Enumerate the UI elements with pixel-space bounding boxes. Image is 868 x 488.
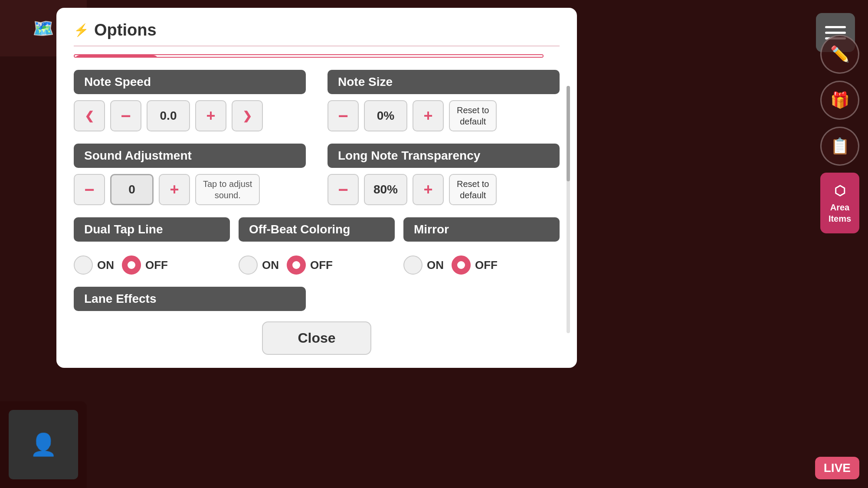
mirror-label: Mirror [403, 217, 560, 242]
mirror-section: Mirror ON OFF [403, 217, 560, 275]
sidebar-right: ✏️ 🎁 📋 ⬡ Area Items [820, 35, 859, 233]
note-size-reset-button[interactable]: Reset to default [449, 100, 497, 131]
off-beat-coloring-section: Off-Beat Coloring ON OFF [239, 217, 395, 275]
mirror-on-label: ON [427, 259, 444, 272]
off-beat-on-label: ON [262, 259, 279, 272]
long-note-minus-button[interactable]: − [328, 174, 359, 205]
list-icon-button[interactable]: 📋 [820, 127, 859, 166]
dual-tap-line-radio-row: ON OFF [74, 255, 230, 275]
note-speed-controls: ❮ − 0.0 + ❯ [74, 100, 306, 131]
long-note-reset-button[interactable]: Reset to default [449, 174, 497, 205]
note-speed-value: 0.0 [147, 100, 190, 131]
sound-adjustment-controls: − 0 + Tap to adjust sound. [74, 174, 306, 205]
area-items-button[interactable]: ⬡ Area Items [820, 173, 859, 233]
toggle-sections-row: Dual Tap Line ON OFF Off-Beat Coloring [74, 217, 560, 275]
bottom-left-panel: 👤 [0, 401, 87, 488]
close-button-wrap: Close [74, 321, 560, 355]
dual-tap-line-on-group: ON [74, 255, 114, 275]
sound-adjustment-section: Sound Adjustment − 0 + Tap to adjust sou… [74, 144, 306, 205]
scrollbar-track[interactable] [567, 86, 570, 333]
tabs-container: Live Settings Effect & Sound Settings Li… [74, 54, 544, 58]
pencil-icon-button[interactable]: ✏️ [820, 35, 859, 74]
scrollbar-thumb[interactable] [567, 86, 570, 181]
mirror-on-radio[interactable] [403, 255, 423, 275]
options-modal: ⚡ Options Live Settings Effect & Sound S… [56, 8, 577, 368]
tab-effect-sound-settings[interactable]: Effect & Sound Settings [158, 55, 292, 58]
modal-title-bar: ⚡ Options [74, 21, 560, 46]
mirror-off-radio[interactable] [452, 255, 471, 275]
off-beat-off-radio[interactable] [287, 255, 306, 275]
off-beat-coloring-radio-row: ON OFF [239, 255, 395, 275]
note-speed-next-button[interactable]: ❯ [232, 100, 263, 131]
note-size-section: Note Size − 0% + Reset to default [328, 70, 560, 131]
tab-live-theme-settings[interactable]: Live Theme Settings [291, 55, 408, 58]
long-note-transparency-section: Long Note Transparency − 80% + Reset to … [328, 144, 560, 205]
mirror-on-group: ON [403, 255, 444, 275]
area-items-label: Area Items [829, 202, 851, 224]
dual-tap-line-off-radio[interactable] [122, 255, 141, 275]
off-beat-off-label: OFF [310, 259, 333, 272]
off-beat-on-group: ON [239, 255, 279, 275]
sound-adjustment-label: Sound Adjustment [74, 144, 306, 168]
mirror-off-label: OFF [475, 259, 498, 272]
lightning-icon: ⚡ [74, 23, 89, 37]
long-note-plus-button[interactable]: + [413, 174, 444, 205]
note-speed-minus-button[interactable]: − [110, 100, 141, 131]
note-size-label: Note Size [328, 70, 560, 94]
lane-effects-section: Lane Effects [74, 287, 306, 313]
long-note-transparency-label: Long Note Transparency [328, 144, 560, 168]
dual-tap-line-off-label: OFF [145, 259, 168, 272]
dual-tap-line-label: Dual Tap Line [74, 217, 230, 242]
dual-tap-line-off-group: OFF [122, 255, 168, 275]
dual-tap-line-on-label: ON [97, 259, 114, 272]
live-button[interactable]: LIVE [815, 457, 859, 479]
note-size-minus-button[interactable]: − [328, 100, 359, 131]
tab-system-push-settings[interactable]: System & Push Settings [408, 55, 542, 58]
gift-icon-button[interactable]: 🎁 [820, 81, 859, 120]
off-beat-on-radio[interactable] [239, 255, 258, 275]
dual-tap-line-on-radio[interactable] [74, 255, 93, 275]
modal-title: Options [94, 21, 157, 39]
tap-adjust-sound-button[interactable]: Tap to adjust sound. [195, 174, 260, 205]
note-size-value: 0% [364, 100, 407, 131]
tab-live-settings[interactable]: Live Settings [75, 55, 158, 58]
long-note-value: 80% [364, 174, 407, 205]
long-note-transparency-controls: − 80% + Reset to default [328, 174, 560, 205]
off-beat-coloring-label: Off-Beat Coloring [239, 217, 395, 242]
note-speed-section: Note Speed ❮ − 0.0 + ❯ [74, 70, 306, 131]
mirror-radio-row: ON OFF [403, 255, 560, 275]
dual-tap-line-section: Dual Tap Line ON OFF [74, 217, 230, 275]
note-size-plus-button[interactable]: + [413, 100, 444, 131]
note-speed-plus-button[interactable]: + [195, 100, 226, 131]
settings-content: Note Speed ❮ − 0.0 + ❯ Note Size − 0% + … [74, 70, 560, 313]
note-size-controls: − 0% + Reset to default [328, 100, 560, 131]
sound-plus-button[interactable]: + [159, 174, 190, 205]
close-button[interactable]: Close [262, 321, 371, 355]
note-speed-prev-button[interactable]: ❮ [74, 100, 105, 131]
lane-effects-label: Lane Effects [74, 287, 306, 311]
sound-value: 0 [110, 174, 154, 205]
mirror-off-group: OFF [452, 255, 498, 275]
note-speed-label: Note Speed [74, 70, 306, 94]
sound-minus-button[interactable]: − [74, 174, 105, 205]
off-beat-off-group: OFF [287, 255, 333, 275]
